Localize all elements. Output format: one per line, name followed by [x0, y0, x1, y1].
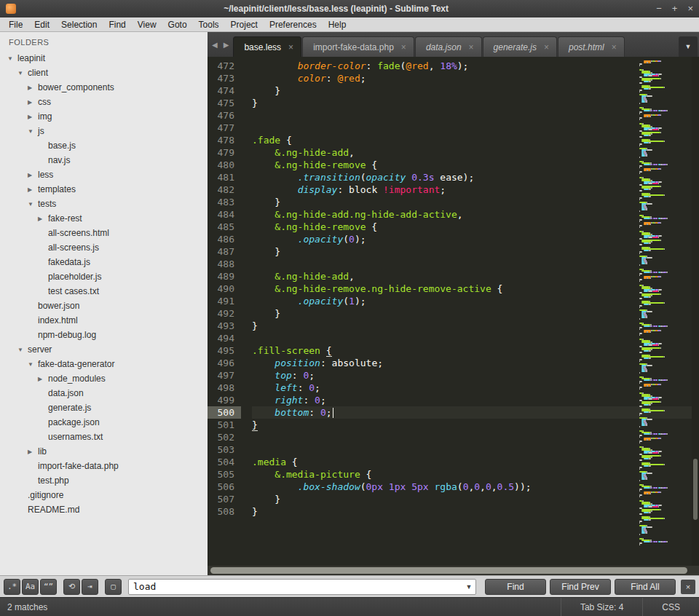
tree-item[interactable]: ▼js — [0, 124, 208, 138]
find-input[interactable] — [129, 580, 462, 594]
tab-close-icon[interactable]: × — [612, 42, 617, 52]
menu-tools[interactable]: Tools — [193, 17, 225, 32]
tab[interactable]: data.json× — [415, 36, 482, 57]
code-line[interactable]: &.ng-hide-add.ng-hide-add-active, — [252, 208, 699, 221]
horizontal-scrollbar[interactable] — [208, 566, 699, 575]
find-all-button[interactable]: Find All — [615, 579, 676, 595]
code-line[interactable]: &.ng-hide-add, — [252, 270, 699, 283]
code-line[interactable] — [252, 443, 699, 456]
minimize-button[interactable]: − — [656, 4, 662, 14]
code-line[interactable] — [252, 431, 699, 443]
editor[interactable]: 4724734744754764774784794804814824834844… — [208, 57, 699, 566]
code-line[interactable]: &.ng-hide-remove { — [252, 159, 699, 171]
find-history-dropdown-icon[interactable]: ▼ — [462, 583, 475, 591]
tab-close-icon[interactable]: × — [469, 42, 474, 52]
menu-preferences[interactable]: Preferences — [264, 17, 323, 32]
tab-size-indicator[interactable]: Tab Size: 4 — [561, 598, 642, 616]
code-line[interactable]: .media { — [252, 456, 699, 468]
case-sensitive-toggle[interactable]: Aa — [22, 579, 39, 595]
tree-item[interactable]: package.json — [0, 415, 208, 430]
vertical-scrollbar-handle[interactable] — [693, 459, 698, 520]
tab-back-icon[interactable]: ◀ — [212, 41, 218, 49]
tree-item[interactable]: ▶templates — [0, 182, 208, 197]
code-line[interactable]: } — [252, 196, 699, 208]
code-line[interactable]: } — [252, 505, 699, 518]
tab-forward-icon[interactable]: ▶ — [224, 41, 229, 49]
tree-item[interactable]: ▶bower_components — [0, 80, 208, 95]
menu-goto[interactable]: Goto — [162, 17, 193, 32]
tab[interactable]: import-fake-data.php× — [302, 36, 414, 57]
find-button[interactable]: Find — [485, 579, 546, 595]
menu-project[interactable]: Project — [225, 17, 264, 32]
horizontal-scrollbar-handle[interactable] — [210, 567, 687, 574]
tree-item[interactable]: ▶img — [0, 109, 208, 124]
code-line[interactable]: &.media-picture { — [252, 468, 699, 481]
menu-file[interactable]: File — [3, 17, 28, 32]
tab-close-icon[interactable]: × — [288, 42, 293, 52]
code-line[interactable]: &.ng-hide-add, — [252, 146, 699, 159]
code-line[interactable]: .fill-screen { — [252, 344, 699, 357]
tree-item[interactable]: index.html — [0, 313, 208, 328]
wrap-toggle[interactable]: ⟲ — [63, 579, 80, 595]
tree-item[interactable]: ▼client — [0, 66, 208, 80]
menu-selection[interactable]: Selection — [55, 17, 103, 32]
tree-item[interactable]: ▼server — [0, 342, 208, 357]
code-line[interactable]: } — [252, 419, 699, 431]
find-close-button[interactable]: × — [681, 580, 695, 594]
tree-item[interactable]: ▶less — [0, 167, 208, 182]
tree-item[interactable]: ▼fake-data-generator — [0, 357, 208, 371]
tree-item[interactable]: generate.js — [0, 400, 208, 415]
code-line[interactable]: right: 0; — [252, 394, 699, 406]
whole-word-toggle[interactable]: “” — [40, 579, 57, 595]
code-line[interactable]: .transition(opacity 0.3s ease); — [252, 171, 699, 183]
code-line[interactable] — [252, 332, 699, 344]
tree-item[interactable]: base.js — [0, 138, 208, 153]
code-line[interactable]: color: @red; — [252, 72, 699, 84]
code-line[interactable]: } — [252, 245, 699, 258]
code-line[interactable]: bottom: 0; — [252, 406, 699, 419]
code-line[interactable]: .box-shadow(0px 1px 5px rgba(0,0,0,0.5))… — [252, 481, 699, 493]
code-line[interactable] — [252, 258, 699, 270]
code-line[interactable]: } — [252, 307, 699, 320]
tree-item[interactable]: ▶lib — [0, 444, 208, 459]
code-line[interactable]: } — [252, 493, 699, 505]
tree-item[interactable]: nav.js — [0, 153, 208, 167]
tree-item[interactable]: all-screens.html — [0, 226, 208, 240]
tree-item[interactable]: ▶node_modules — [0, 371, 208, 386]
code-line[interactable]: } — [252, 84, 699, 97]
minimap[interactable] — [639, 57, 692, 566]
code-line[interactable]: display: block !important; — [252, 183, 699, 196]
code-line[interactable]: .fade { — [252, 134, 699, 146]
code-line[interactable]: } — [252, 320, 699, 332]
tree-item[interactable]: test cases.txt — [0, 284, 208, 299]
tab-overflow-button[interactable]: ▼ — [679, 36, 698, 57]
code-line[interactable]: top: 0; — [252, 369, 699, 382]
tree-item[interactable]: bower.json — [0, 299, 208, 313]
tree-item[interactable]: import-fake-data.php — [0, 459, 208, 473]
tree-item[interactable]: .gitignore — [0, 488, 208, 502]
title-bar[interactable]: ~/leapinit/client/less/base.less (leapin… — [0, 0, 699, 17]
vertical-scrollbar[interactable] — [692, 57, 699, 566]
menu-find[interactable]: Find — [103, 17, 131, 32]
code-area[interactable]: border-color: fade(@red, 18%); color: @r… — [241, 57, 699, 566]
tab-close-icon[interactable]: × — [401, 42, 406, 52]
tree-item[interactable]: ▶fake-rest — [0, 211, 208, 226]
syntax-indicator[interactable]: CSS — [642, 598, 699, 616]
tree-item[interactable]: data.json — [0, 386, 208, 400]
tree-item[interactable]: ▶css — [0, 95, 208, 109]
highlight-matches-toggle[interactable]: ▢ — [105, 579, 122, 595]
tree-item[interactable]: fakedata.js — [0, 255, 208, 269]
tree-item[interactable]: placeholder.js — [0, 269, 208, 284]
tab[interactable]: generate.js× — [483, 36, 557, 57]
tree-item[interactable]: README.md — [0, 502, 208, 517]
tab-close-icon[interactable]: × — [544, 42, 549, 52]
tree-item[interactable]: usernames.txt — [0, 430, 208, 444]
code-line[interactable]: position: absolute; — [252, 357, 699, 369]
close-button[interactable]: × — [687, 4, 693, 14]
code-line[interactable] — [252, 122, 699, 134]
tab[interactable]: base.less× — [233, 36, 301, 57]
tree-item[interactable]: test.php — [0, 473, 208, 488]
in-selection-toggle[interactable]: ⇥ — [82, 579, 98, 595]
tab[interactable]: post.html× — [558, 36, 625, 57]
code-line[interactable]: .opacity(1); — [252, 295, 699, 307]
